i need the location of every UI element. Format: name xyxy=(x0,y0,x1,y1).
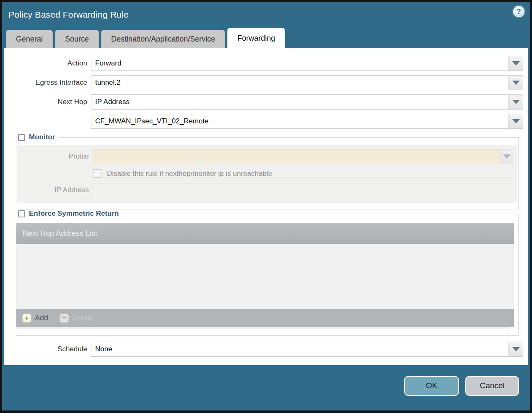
policy-based-forwarding-dialog: Policy Based Forwarding Rule ? General S… xyxy=(0,0,532,413)
next-hop-address-list-table: Next Hop Address List + Add − Delete xyxy=(16,223,514,329)
next-hop-address-dropdown-button[interactable] xyxy=(509,114,523,129)
egress-interface-input[interactable] xyxy=(91,75,509,90)
next-hop-address-input[interactable] xyxy=(91,114,509,129)
cancel-button[interactable]: Cancel xyxy=(465,376,519,396)
next-hop-address-list-toolbar: + Add − Delete xyxy=(16,309,514,327)
egress-interface-label: Egress Interface xyxy=(4,78,91,87)
enforce-symmetric-return-legend: Enforce Symmetric Return xyxy=(17,209,122,218)
ok-button[interactable]: OK xyxy=(404,376,459,396)
profile-label: Profile xyxy=(17,152,93,161)
action-dropdown-button[interactable] xyxy=(509,56,523,71)
next-hop-row: Next Hop xyxy=(4,94,523,110)
egress-interface-dropdown-button[interactable] xyxy=(509,75,523,90)
next-hop-label: Next Hop xyxy=(4,98,91,106)
forwarding-tab-panel: Action Egress Interface Next Hop xyxy=(4,48,528,365)
tab-destination-application-service[interactable]: Destination/Application/Service xyxy=(101,30,225,48)
disable-rule-checkbox xyxy=(93,169,101,178)
monitor-ip-input xyxy=(93,183,513,197)
schedule-row: Schedule xyxy=(4,342,523,357)
monitor-ip-row: IP Address xyxy=(17,183,513,197)
dialog-title: Policy Based Forwarding Rule xyxy=(8,10,129,20)
action-label: Action xyxy=(4,59,91,68)
monitor-group: Monitor Profile Disable this rule if nex… xyxy=(16,133,519,209)
tab-source[interactable]: Source xyxy=(55,30,99,48)
monitor-panel: Profile Disable this rule if nexthop/mon… xyxy=(17,145,517,203)
help-icon[interactable]: ? xyxy=(513,6,524,17)
dialog-titlebar: Policy Based Forwarding Rule ? xyxy=(2,2,530,28)
add-button-label: Add xyxy=(35,314,48,322)
dialog-button-bar: OK Cancel xyxy=(2,365,530,410)
tab-forwarding[interactable]: Forwarding xyxy=(227,28,285,48)
next-hop-type-dropdown-button[interactable] xyxy=(509,94,523,110)
egress-interface-row: Egress Interface xyxy=(4,75,523,90)
chevron-down-icon xyxy=(512,81,520,85)
delete-button-label: Delete xyxy=(72,314,94,322)
next-hop-address-list-body[interactable] xyxy=(16,244,514,309)
enforce-symmetric-return-group: Enforce Symmetric Return Next Hop Addres… xyxy=(16,209,519,336)
monitor-checkbox[interactable] xyxy=(18,134,25,141)
table-scroll-strip xyxy=(16,327,510,329)
add-button[interactable]: + Add xyxy=(22,314,48,323)
chevron-down-icon xyxy=(503,154,511,159)
monitor-legend: Monitor xyxy=(17,133,58,141)
action-input[interactable] xyxy=(91,56,509,71)
monitor-title: Monitor xyxy=(29,133,55,141)
chevron-down-icon xyxy=(512,61,520,65)
schedule-label: Schedule xyxy=(4,345,91,353)
disable-rule-checkbox-label: Disable this rule if nexthop/monitor ip … xyxy=(107,170,272,178)
chevron-down-icon xyxy=(512,100,520,104)
profile-dropdown-button xyxy=(501,149,513,164)
chevron-down-icon xyxy=(512,347,520,351)
disable-rule-row: Disable this rule if nexthop/monitor ip … xyxy=(93,169,513,178)
action-row: Action xyxy=(4,56,523,71)
tab-bar: General Source Destination/Application/S… xyxy=(2,28,530,48)
enforce-symmetric-return-checkbox[interactable] xyxy=(18,210,25,217)
minus-icon: − xyxy=(60,314,69,323)
schedule-input[interactable] xyxy=(91,342,509,357)
plus-icon: + xyxy=(22,314,31,323)
monitor-ip-label: IP Address xyxy=(17,186,93,194)
profile-row: Profile xyxy=(17,149,513,164)
schedule-dropdown-button[interactable] xyxy=(509,342,523,357)
next-hop-address-list-header: Next Hop Address List xyxy=(16,223,514,244)
enforce-symmetric-return-title: Enforce Symmetric Return xyxy=(29,209,119,218)
next-hop-address-row xyxy=(4,114,523,129)
delete-button: − Delete xyxy=(60,314,94,323)
next-hop-type-input[interactable] xyxy=(91,94,509,110)
chevron-down-icon xyxy=(512,119,520,123)
tab-general[interactable]: General xyxy=(6,30,53,48)
profile-input xyxy=(93,149,500,164)
